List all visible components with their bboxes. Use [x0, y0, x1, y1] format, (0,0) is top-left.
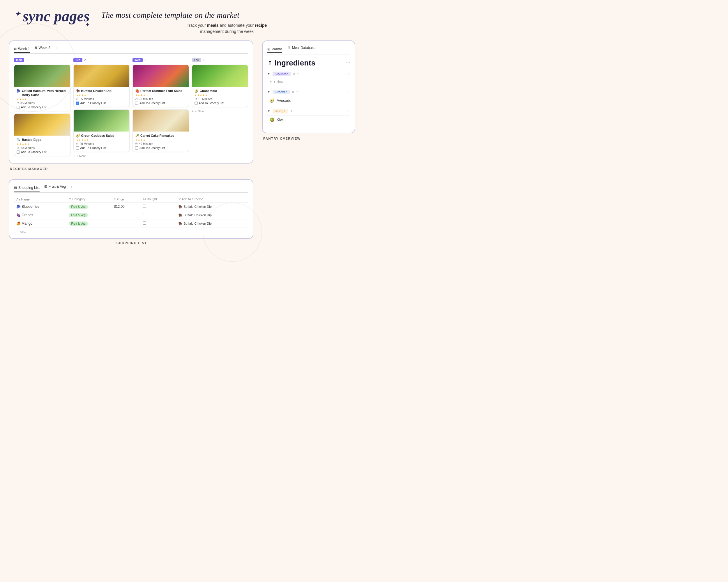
recipe-img-buffalo [74, 65, 130, 87]
grocery-checkbox-basted[interactable] [17, 150, 20, 154]
add-tab-button[interactable]: + [55, 46, 57, 51]
add-new-thu[interactable]: + + New [192, 109, 249, 113]
grocery-checkbox-carrot[interactable] [135, 146, 138, 149]
recipe-stars-guac: ★★★★★ [194, 94, 246, 96]
recipe-card-buffalo[interactable]: 🦬 Buffalo Chicken Dip ★★★★ ⏱ 55 Minutes … [73, 64, 130, 107]
tab-week2[interactable]: ⊞ Week 2 [34, 46, 50, 51]
counter-category-header: ▼ Counter 0 ··· + [267, 72, 350, 76]
grocery-checkbox-guac[interactable] [194, 102, 198, 105]
tagline-section: The most complete template on the market… [101, 9, 353, 35]
shopping-tab-icon: ⊞ [14, 186, 17, 190]
day-column-wed: Wed 2 🍓 Perfect Summer Fruit Salad ★★★★ [132, 58, 189, 159]
recipe-grocery-fruit[interactable]: Add To Grocery List [135, 102, 186, 105]
item-bought-blueberries[interactable] [141, 202, 176, 211]
recipes-tabs-row: ⊞ Week 1 ⊞ Week 2 + [14, 46, 248, 54]
logo-star-top: ✦ [15, 10, 20, 18]
item-bought-grapes[interactable] [141, 211, 176, 219]
shopping-item-grapes: 🍇 Grapes Fruit & Veg 🦬 [14, 211, 248, 219]
fridge-plus-button[interactable]: + [348, 109, 350, 113]
shopping-tabs-row: ⊞ Shopping List ⊞ Fruit & Veg + [14, 185, 248, 193]
recipe-grocery-halloumi[interactable]: Add To Grocery List [17, 106, 68, 109]
item-recipe-mango: 🦬 Buffalo Chicken Dip [176, 219, 248, 228]
recipe-card-guacamole[interactable]: 🥑 Guacamole ★★★★★ ⏱ 15 Minutes Add To Gr… [192, 64, 249, 107]
avocado-name: Avocado [277, 99, 291, 103]
recipe-name-row-fruit: 🍓 Perfect Summer Fruit Salad [135, 89, 186, 93]
pantry-category-freezer: ▼ Freezer 0 ··· + 🥑 Avocado [267, 90, 350, 105]
bought-checkbox-blueberries[interactable] [143, 204, 146, 208]
counter-add-new[interactable]: + + New [267, 78, 350, 86]
item-bought-mango[interactable] [141, 219, 176, 228]
item-name-grapes: 🍇 Grapes [14, 211, 67, 219]
recipe-body-basted-eggs: 🔍 Basted Eggs ★★★★★ ⏱ 10 Minutes Add To … [14, 136, 70, 156]
recipe-body-buffalo: 🦬 Buffalo Chicken Dip ★★★★ ⏱ 55 Minutes … [74, 87, 130, 107]
tab-fruit-veg[interactable]: ⊞ Fruit & Veg [44, 185, 66, 190]
recipe-stars-green: ★★★★★ [76, 139, 127, 141]
pantry-tabs-row: ⊞ Pantry ⊞ Meal Database [267, 46, 350, 54]
recipe-time-green: 20 Minutes [80, 142, 94, 145]
item-category-blueberries: Fruit & Veg [67, 202, 111, 211]
pantry-ingredients-title: Ingredients [275, 58, 315, 67]
freezer-collapse-arrow[interactable]: ▼ [267, 90, 270, 93]
recipe-img-carrot-cake [133, 110, 189, 132]
pantry-tab-icon: ⊞ [267, 47, 270, 51]
meal-db-tab-label: Meal Database [292, 46, 316, 50]
logo-title: ✦ sync pages [15, 9, 90, 24]
recipe-grocery-green[interactable]: Add To Grocery List [76, 146, 127, 149]
recipe-img-fruit-salad [133, 65, 189, 87]
fridge-action-dots[interactable]: ··· [295, 109, 297, 113]
recipe-stars-carrot: ★★★★ [135, 139, 186, 141]
recipe-grocery-basted[interactable]: Add To Grocery List [17, 150, 68, 154]
recipe-grocery-buffalo[interactable]: Add To Grocery List [76, 102, 127, 105]
recipe-grocery-carrot[interactable]: Add To Grocery List [135, 146, 186, 149]
grocery-checkbox-halloumi[interactable] [17, 106, 20, 109]
recipe-emoji-halloumi: 🫐 [17, 89, 21, 93]
add-new-tue[interactable]: + + New [73, 154, 130, 158]
fridge-collapse-arrow[interactable]: ▼ [267, 109, 270, 113]
tagline-main: The most complete template on the market [101, 10, 353, 20]
freezer-tag: Freezer [272, 90, 290, 94]
recipe-emoji-guac: 🥑 [194, 89, 199, 93]
grocery-checkbox-buffalo[interactable] [76, 102, 79, 105]
tab-week2-icon: ⊞ [34, 46, 37, 50]
recipe-name-row-buffalo: 🦬 Buffalo Chicken Dip [76, 89, 127, 93]
grocery-checkbox-fruit[interactable] [135, 102, 138, 105]
pantry-card: ⊞ Pantry ⊞ Meal Database ↗ Ingredients ·… [262, 40, 355, 133]
add-new-shopping[interactable]: + + New [14, 230, 248, 234]
bought-checkbox-mango[interactable] [143, 221, 146, 225]
fruit-veg-tab-label: Fruit & Veg [49, 185, 66, 189]
grocery-checkbox-green[interactable] [76, 146, 79, 149]
recipe-card-green-goddess[interactable]: 🥑 Green Goddess Salad ★★★★★ ⏱ 20 Minutes… [73, 109, 130, 152]
tab-shopping-list[interactable]: ⊞ Shopping List [14, 186, 40, 192]
days-grid: Mon 3 🫐 Grilled Halloumi with Herbed Ber… [14, 58, 248, 159]
recipe-stars-halloumi: ★★★★ [17, 98, 68, 101]
item-category-mango: Fruit & Veg [67, 219, 111, 228]
day-header-wed: Wed 2 [132, 58, 189, 62]
pantry-item-kiwi[interactable]: 🥝 Kiwi [267, 115, 350, 124]
recipe-time-halloumi: 35 Minutes [20, 102, 35, 105]
recipe-emoji-green: 🥑 [76, 134, 80, 138]
counter-action-dots[interactable]: ··· [297, 72, 300, 76]
recipe-card-basted-eggs[interactable]: 🔍 Basted Eggs ★★★★★ ⏱ 10 Minutes Add To … [14, 113, 71, 156]
pantry-title-dots[interactable]: ··· [346, 60, 350, 65]
recipe-grocery-guac[interactable]: Add To Grocery List [194, 102, 246, 105]
counter-collapse-arrow[interactable]: ▼ [267, 72, 270, 75]
tab-pantry[interactable]: ⊞ Pantry [267, 47, 282, 53]
recipe-stars-basted: ★★★★★ [17, 143, 68, 145]
freezer-plus-button[interactable]: + [348, 90, 350, 94]
meal-db-tab-icon: ⊞ [288, 46, 291, 50]
right-section: ⊞ Pantry ⊞ Meal Database ↗ Ingredients ·… [262, 40, 355, 245]
recipe-card-carrot-cake[interactable]: 🥕 Carrot Cake Pancakes ★★★★ ⏱ 40 Minutes… [132, 109, 189, 152]
item-category-grapes: Fruit & Veg [67, 211, 111, 219]
freezer-action-dots[interactable]: ··· [296, 90, 299, 94]
recipe-card-halloumi[interactable]: 🫐 Grilled Halloumi with Herbed Berry Sal… [14, 64, 71, 111]
tab-week1[interactable]: ⊞ Week 1 [14, 47, 30, 53]
shopping-item-blueberries: 🫐 Blueberries Fruit & Veg $12.00 [14, 202, 248, 211]
counter-plus-button[interactable]: + [348, 72, 350, 76]
col-bought: ☑ Bought [141, 196, 176, 202]
recipe-meta-buffalo: ⏱ 55 Minutes [76, 98, 127, 101]
bought-checkbox-grapes[interactable] [143, 213, 146, 216]
add-shopping-tab[interactable]: + [71, 185, 73, 189]
tab-meal-database[interactable]: ⊞ Meal Database [288, 46, 316, 51]
pantry-item-avocado[interactable]: 🥑 Avocado [267, 96, 350, 105]
recipe-card-fruit-salad[interactable]: 🍓 Perfect Summer Fruit Salad ★★★★ ⏱ 30 M… [132, 64, 189, 107]
